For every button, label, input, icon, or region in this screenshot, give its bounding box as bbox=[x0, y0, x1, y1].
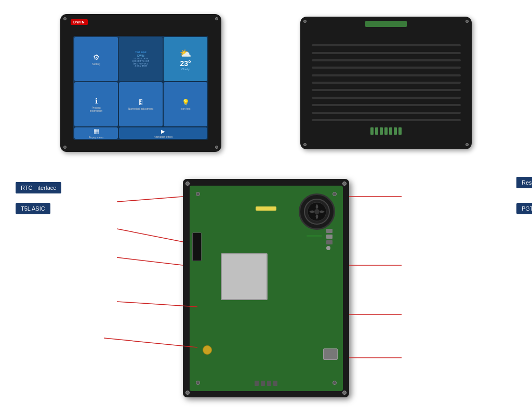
pcb-connector-left bbox=[192, 232, 202, 261]
vent-line bbox=[312, 74, 461, 76]
pcb-outer-screw-br bbox=[342, 391, 347, 395]
pcb-speaker-wire bbox=[307, 235, 322, 237]
ui-cell-animation: ▶ Animation effect bbox=[119, 127, 207, 139]
dwin-logo: DWIN bbox=[71, 19, 88, 25]
pcb-inner-screw-bl bbox=[196, 381, 200, 385]
back-screw-tr bbox=[466, 20, 469, 23]
screw-tr bbox=[215, 17, 218, 20]
connector-pin bbox=[384, 127, 388, 135]
screw-bl bbox=[63, 146, 66, 149]
numerical-label: Numerical adjustment bbox=[128, 107, 153, 110]
ui-cell-iconhint: 💡 Icon hint bbox=[164, 82, 207, 126]
connector-pin bbox=[370, 127, 374, 135]
iconhint-label: Icon hint bbox=[181, 107, 191, 110]
pcb-outer-screw-bl bbox=[185, 391, 190, 395]
screw-br bbox=[215, 146, 218, 149]
pcb-container bbox=[183, 179, 349, 397]
device-front: DWIN ⚙ Setting Text input DWIN bbox=[60, 14, 221, 152]
keyboard-rows: 1 2 3 4 5 6 7 8 9 0 Q W E R T Y U I O P … bbox=[132, 58, 149, 68]
info-icon: ℹ bbox=[95, 97, 98, 105]
vent-line bbox=[312, 97, 461, 99]
vent-line bbox=[312, 82, 461, 84]
device-back bbox=[300, 17, 472, 149]
vent-line bbox=[312, 89, 461, 91]
weather-temp: 23° bbox=[180, 59, 191, 68]
screen-ui: ⚙ Setting Text input DWIN 1 2 3 4 5 6 7 … bbox=[73, 36, 208, 140]
pcb-fan bbox=[299, 193, 335, 230]
vent-line bbox=[312, 59, 461, 61]
slider-icon: 🎛 bbox=[138, 99, 144, 106]
pcb-rtc-battery bbox=[203, 345, 212, 355]
connector-pin bbox=[398, 127, 402, 135]
screen: ⚙ Setting Text input DWIN 1 2 3 4 5 6 7 … bbox=[73, 36, 208, 140]
top-section: DWIN ⚙ Setting Text input DWIN bbox=[0, 0, 532, 161]
connector-pin bbox=[389, 127, 392, 135]
back-screw-br bbox=[466, 143, 469, 146]
ui-cell-keyboard: Text input DWIN 1 2 3 4 5 6 7 8 9 0 Q W … bbox=[119, 37, 163, 81]
back-screw-tl bbox=[303, 20, 307, 23]
pcb-inner-screw-tl bbox=[196, 192, 200, 196]
vent-line bbox=[312, 104, 461, 106]
product-label: Productinformation bbox=[90, 106, 103, 112]
label-reserved-module-interface: Reserved module interface bbox=[516, 177, 532, 188]
label-rtc: RTC bbox=[16, 182, 37, 193]
back-screw-bl bbox=[303, 143, 307, 146]
setting-label: Setting bbox=[92, 62, 100, 66]
label-t5l-asic: T5L ASIC bbox=[16, 203, 50, 214]
vent-area bbox=[309, 36, 463, 129]
green-connector bbox=[365, 21, 407, 27]
pcb-board bbox=[190, 186, 343, 391]
pcb-inner-screw-tr bbox=[332, 192, 337, 196]
svg-line-4 bbox=[117, 257, 183, 265]
ui-cell-popup: ▦ Popup menu bbox=[74, 127, 118, 139]
svg-line-2 bbox=[117, 197, 183, 202]
weather-condition: Cloudy bbox=[181, 68, 190, 71]
animation-label: Animation effect bbox=[154, 135, 172, 138]
vent-line bbox=[312, 119, 461, 121]
pcb-outer-screw-tr bbox=[342, 181, 347, 186]
pcb-fan-inner bbox=[304, 199, 330, 225]
setting-icon: ⚙ bbox=[93, 53, 100, 61]
bottom-connector bbox=[370, 127, 402, 135]
label-pgt05-interface: PGT05 interface bbox=[516, 203, 532, 214]
pcb-chip-t5l bbox=[221, 253, 268, 300]
ui-cell-setting: ⚙ Setting bbox=[74, 37, 118, 81]
ui-cell-weather: ⛅ 23° Cloudy bbox=[164, 37, 207, 81]
pcb-inner-screw-br bbox=[332, 381, 337, 385]
pcb-bottom-connectors bbox=[255, 381, 277, 386]
vent-line bbox=[312, 52, 461, 54]
popup-icon: ▦ bbox=[94, 127, 99, 135]
connector-pin bbox=[380, 127, 383, 135]
pcb-sd-slot bbox=[323, 348, 338, 360]
connector-pin bbox=[394, 127, 397, 135]
animation-icon: ▶ bbox=[161, 128, 165, 134]
pcb-outer-screw-tl bbox=[185, 181, 190, 186]
vent-line bbox=[312, 67, 461, 69]
bottom-section: TP interface User interface LCM interfac… bbox=[0, 161, 532, 415]
svg-line-3 bbox=[117, 229, 183, 242]
connector-pin bbox=[375, 127, 378, 135]
screw-tl bbox=[63, 17, 66, 20]
page-container: DWIN ⚙ Setting Text input DWIN bbox=[0, 0, 532, 415]
weather-cloud-icon: ⛅ bbox=[180, 48, 191, 59]
svg-point-1 bbox=[314, 209, 320, 214]
lightbulb-icon: 💡 bbox=[182, 99, 190, 106]
ui-cell-product: ℹ Productinformation bbox=[74, 82, 118, 126]
vent-line bbox=[312, 44, 461, 46]
keyboard-title: Text input bbox=[135, 50, 146, 54]
pcb-components-right bbox=[326, 227, 332, 252]
pcb-flex-cable bbox=[256, 206, 276, 211]
vent-line bbox=[312, 112, 461, 114]
ui-cell-numerical: 🎛 Numerical adjustment bbox=[119, 82, 163, 126]
pcb-wrapper bbox=[183, 179, 349, 397]
keyboard-subtitle: DWIN bbox=[137, 54, 144, 57]
popup-label: Popup menu bbox=[89, 136, 103, 139]
